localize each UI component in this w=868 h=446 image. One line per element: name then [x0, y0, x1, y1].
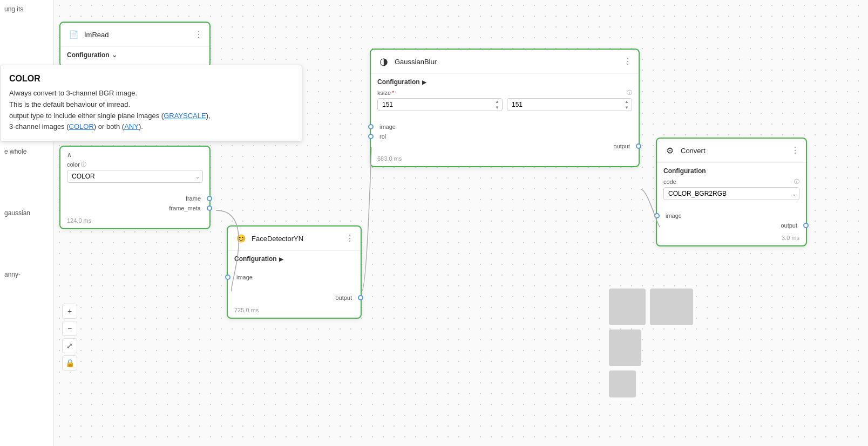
tooltip-line1: Always convert to 3-channel BGR image.: [9, 88, 293, 99]
imread-icon: 📄: [67, 28, 80, 41]
convert-timing: 3.0 ms: [657, 232, 806, 245]
ksize-down-1[interactable]: ▼: [493, 105, 501, 111]
face-detector-output-label: output: [333, 294, 354, 301]
face-detector-image-label: image: [234, 274, 255, 280]
code-info-icon: ⓘ: [794, 178, 799, 186]
color-select[interactable]: COLOR GRAYSCALE ANY: [67, 170, 203, 183]
frame-meta-port-label: frame_meta: [167, 205, 203, 211]
gaussian-arrow: ▶: [422, 79, 426, 85]
face-detector-config-label: Configuration ▶: [234, 255, 354, 263]
convert-ports: image output: [657, 209, 806, 232]
tooltip-line4: 3-channel images (COLOR) or both (ANY).: [9, 121, 293, 133]
gaussian-ports: image roi output: [371, 120, 639, 153]
face-detector-arrow: ▶: [279, 256, 283, 262]
ksize-inputs: ▲ ▼ ▲ ▼: [377, 98, 632, 111]
ksize-input-2-wrapper: ▲ ▼: [507, 98, 632, 111]
imread-body: Configuration ⌄: [60, 47, 209, 66]
imread-title: ImRead: [84, 31, 190, 39]
canvas-controls: + − ⤢ 🔒: [62, 304, 77, 370]
placeholder-box-1: [609, 289, 646, 325]
placeholder-box-2: [650, 289, 693, 325]
face-detector-output-dot: [358, 295, 363, 300]
ksize-spinner-1: ▲ ▼: [493, 98, 501, 111]
tooltip-link-any[interactable]: ANY: [124, 122, 139, 131]
code-field-row: code ⓘ COLOR_BGR2RGB COLOR_RGB2BGR ⌄: [663, 178, 799, 200]
gaussian-icon: ◑: [377, 55, 390, 68]
placeholder-boxes: [609, 289, 728, 397]
frame-port-dot: [207, 196, 212, 201]
tooltip-line2: This is the default behaviour of imread.: [9, 99, 293, 111]
tooltip-line3: output type to include either single pla…: [9, 111, 293, 122]
sidebar-text-3: gaussian: [0, 204, 53, 222]
color-field-label: color ⓘ: [67, 161, 203, 168]
imread-color-body: ∧ color ⓘ COLOR GRAYSCALE ANY ⌄: [60, 147, 209, 191]
tooltip-body: Always convert to 3-channel BGR image. T…: [9, 88, 293, 133]
convert-image-dot: [654, 213, 660, 218]
gaussian-roi-dot: [368, 134, 374, 139]
color-field-row: color ⓘ COLOR GRAYSCALE ANY ⌄: [67, 161, 203, 183]
color-info-icon: ⓘ: [81, 161, 86, 168]
gaussian-output-label: output: [611, 143, 632, 149]
face-detector-menu-btn[interactable]: ⋮: [345, 234, 354, 243]
code-field-label: code ⓘ: [663, 178, 799, 186]
frame-port-label: frame: [184, 195, 203, 202]
convert-config-label: Configuration: [663, 167, 799, 175]
gaussian-roi-port: roi: [377, 132, 632, 141]
frame-meta-port-dot: [207, 205, 212, 211]
ksize-input-1[interactable]: [377, 98, 503, 111]
ksize-up-2[interactable]: ▲: [622, 99, 631, 105]
ksize-down-2[interactable]: ▼: [622, 105, 631, 111]
imread-timing: 124.0 ms: [60, 215, 209, 228]
gaussian-body: Configuration ▶ ksize * ⓘ ▲ ▼: [371, 74, 639, 120]
gaussian-blur-node: ◑ GaussianBlur ⋮ Configuration ▶ ksize *…: [370, 49, 640, 167]
face-detector-ports: image output: [228, 270, 361, 305]
imread-menu-btn[interactable]: ⋮: [194, 30, 203, 39]
zoom-out-button[interactable]: −: [62, 321, 77, 336]
lock-button[interactable]: 🔒: [62, 355, 77, 370]
imread-color-node: ∧ color ⓘ COLOR GRAYSCALE ANY ⌄ frame fr…: [59, 146, 211, 229]
face-detector-output-port: output: [234, 293, 354, 303]
tooltip-link-color[interactable]: COLOR: [69, 122, 94, 131]
imread-ports: frame frame_meta: [60, 191, 209, 215]
imread-config-label: Configuration ⌄: [67, 51, 203, 59]
ksize-required: *: [392, 90, 394, 96]
gaussian-title: GaussianBlur: [395, 58, 619, 66]
code-select[interactable]: COLOR_BGR2RGB COLOR_RGB2BGR: [663, 187, 799, 200]
ksize-info-icon: ⓘ: [627, 89, 632, 97]
frame-meta-port-row: frame_meta: [67, 203, 203, 213]
sidebar-text-2: e whole: [0, 142, 53, 161]
sidebar-text-4: anny-: [0, 265, 53, 284]
imread-node: 📄 ImRead ⋮ Configuration ⌄: [59, 22, 211, 67]
zoom-in-button[interactable]: +: [62, 304, 77, 319]
convert-menu-btn[interactable]: ⋮: [791, 146, 799, 155]
convert-image-port: image: [663, 211, 799, 221]
convert-image-label: image: [663, 212, 684, 219]
convert-body: Configuration code ⓘ COLOR_BGR2RGB COLOR…: [657, 163, 806, 209]
gaussian-image-dot: [368, 124, 374, 129]
imread-node-header: 📄 ImRead ⋮: [60, 23, 209, 47]
ksize-input-2[interactable]: [507, 98, 632, 111]
ksize-field-label: ksize * ⓘ: [377, 89, 632, 97]
face-detector-body: Configuration ▶: [228, 251, 361, 270]
fit-button[interactable]: ⤢: [62, 338, 77, 353]
convert-icon: ⚙: [663, 144, 676, 157]
placeholder-row-2: [609, 370, 728, 397]
tooltip-link-grayscale[interactable]: GRAYSCALE: [164, 112, 206, 120]
imread-color-collapse[interactable]: ∧: [67, 151, 72, 159]
face-detector-title: FaceDetectorYN: [252, 235, 341, 243]
ksize-field-row: ksize * ⓘ ▲ ▼ ▲ ▼: [377, 89, 632, 111]
imread-collapse[interactable]: ⌄: [112, 51, 117, 59]
convert-output-port: output: [663, 221, 799, 230]
face-detector-image-dot: [225, 275, 230, 280]
gaussian-image-label: image: [377, 123, 398, 130]
tooltip-line3-prefix: output type to include either single pla…: [9, 112, 164, 120]
tooltip-popup: COLOR Always convert to 3-channel BGR im…: [0, 65, 302, 142]
color-select-wrapper: COLOR GRAYSCALE ANY ⌄: [67, 170, 203, 183]
code-select-wrapper: COLOR_BGR2RGB COLOR_RGB2BGR ⌄: [663, 187, 799, 200]
gaussian-menu-btn[interactable]: ⋮: [623, 57, 632, 66]
face-detector-timing: 725.0 ms: [228, 305, 361, 318]
ksize-up-1[interactable]: ▲: [493, 99, 501, 105]
face-detector-icon: 😊: [234, 232, 247, 245]
convert-output-label: output: [778, 222, 799, 229]
sidebar-text-1: ung its: [0, 0, 53, 18]
